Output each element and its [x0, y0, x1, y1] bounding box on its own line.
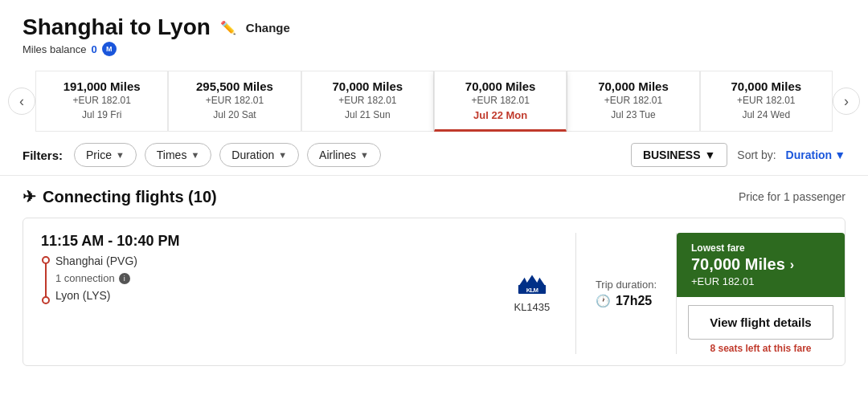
cabin-class-label: BUSINESS: [643, 149, 701, 161]
cabin-chevron-icon: ▼: [704, 149, 715, 161]
date-eur-0: +EUR 182.01: [41, 95, 162, 106]
miles-balance-value: 0: [92, 43, 97, 55]
date-label-5: Jul 24 Wed: [706, 109, 827, 120]
change-button[interactable]: Change: [246, 21, 290, 35]
flights-title-group: ✈ Connecting flights (10): [23, 187, 217, 206]
date-cards: 191,000 Miles +EUR 182.01 Jul 19 Fri 295…: [35, 71, 833, 132]
filter-price-label: Price: [86, 149, 112, 161]
page-title: Shanghai to Lyon: [23, 14, 211, 40]
fare-miles-value: 70,000 Miles: [691, 255, 785, 274]
date-label-1: Jul 20 Sat: [174, 109, 295, 120]
connection-info: 1 connection i: [55, 272, 471, 284]
date-miles-0: 191,000 Miles: [41, 79, 162, 93]
date-card-5[interactable]: 70,000 Miles +EUR 182.01 Jul 24 Wed: [700, 71, 833, 132]
filters-bar: Filters: Price▼Times▼Duration▼Airlines▼ …: [0, 132, 868, 176]
svg-text:KLM: KLM: [526, 287, 538, 294]
lowest-fare-box[interactable]: Lowest fare 70,000 Miles › +EUR 182.01: [677, 233, 845, 297]
date-card-2[interactable]: 70,000 Miles +EUR 182.01 Jul 21 Sun: [301, 71, 434, 132]
filter-times-chevron-icon: ▼: [190, 150, 199, 160]
flight-route: Shanghai (PVG) 1 connection i Lyon (LYS): [41, 254, 471, 306]
miles-balance-label: Miles balance: [23, 43, 87, 55]
flights-header: ✈ Connecting flights (10) Price for 1 pa…: [23, 187, 845, 206]
flight-number: KL1435: [514, 301, 550, 313]
title-row: Shanghai to Lyon ✏️ Change: [23, 14, 845, 40]
flights-title: Connecting flights (10): [43, 188, 217, 206]
filter-airlines-chevron-icon: ▼: [360, 150, 369, 160]
date-selector: ‹ 191,000 Miles +EUR 182.01 Jul 19 Fri 2…: [0, 71, 868, 132]
filters-label: Filters:: [23, 149, 63, 162]
date-miles-4: 70,000 Miles: [572, 79, 694, 93]
date-miles-1: 295,500 Miles: [174, 79, 295, 93]
fare-eur: +EUR 182.01: [691, 275, 754, 287]
flights-section: ✈ Connecting flights (10) Price for 1 pa…: [0, 176, 868, 374]
flight-pricing: Lowest fare 70,000 Miles › +EUR 182.01 V…: [676, 233, 845, 354]
flight-info: 11:15 AM - 10:40 PM Shanghai (PVG) 1 con…: [23, 233, 489, 354]
filter-buttons: Price▼Times▼Duration▼Airlines▼: [74, 143, 381, 167]
date-miles-2: 70,000 Miles: [307, 79, 428, 93]
flight-airline: KLM KL1435: [489, 233, 575, 354]
date-card-4[interactable]: 70,000 Miles +EUR 182.01 Jul 23 Tue: [567, 71, 699, 132]
duration-label: Trip duration:: [596, 279, 657, 291]
date-eur-5: +EUR 182.01: [706, 95, 827, 106]
price-note: Price for 1 passenger: [739, 190, 845, 203]
filter-times-label: Times: [157, 149, 187, 161]
header: Shanghai to Lyon ✏️ Change Miles balance…: [0, 0, 868, 61]
connection-label: 1 connection: [55, 272, 115, 284]
miles-balance-row: Miles balance 0 M: [23, 42, 845, 56]
date-eur-4: +EUR 182.01: [572, 95, 694, 106]
duration-text: 17h25: [616, 294, 652, 308]
destination-label: Lyon (LYS): [55, 289, 471, 302]
date-label-2: Jul 21 Sun: [307, 109, 428, 120]
view-details-box[interactable]: View flight details: [688, 305, 833, 340]
filter-times-button[interactable]: Times▼: [145, 143, 211, 167]
sort-label: Sort by:: [737, 149, 776, 161]
sort-value-button[interactable]: Duration ▼: [786, 149, 845, 161]
date-eur-3: +EUR 182.01: [440, 95, 561, 106]
filter-price-button[interactable]: Price▼: [74, 143, 137, 167]
origin-dot: [42, 256, 50, 264]
fare-miles: 70,000 Miles ›: [691, 255, 794, 274]
sort-chevron-icon: ▼: [834, 149, 845, 161]
fare-arrow-icon: ›: [790, 258, 794, 272]
date-label-0: Jul 19 Fri: [41, 109, 162, 120]
destination-dot: [42, 296, 50, 304]
duration-value: 🕐 17h25: [596, 294, 652, 308]
klm-logo: KLM: [513, 274, 551, 296]
filter-airlines-button[interactable]: Airlines▼: [307, 143, 381, 167]
prev-date-button[interactable]: ‹: [8, 88, 35, 115]
date-label-3: Jul 22 Mon: [440, 109, 561, 121]
date-miles-5: 70,000 Miles: [706, 79, 827, 93]
route-line: [45, 258, 47, 302]
filter-right: BUSINESS ▼ Sort by: Duration ▼: [631, 143, 845, 167]
date-card-0[interactable]: 191,000 Miles +EUR 182.01 Jul 19 Fri: [35, 71, 168, 132]
filter-duration-button[interactable]: Duration▼: [219, 143, 299, 167]
origin-label: Shanghai (PVG): [55, 254, 471, 267]
clock-icon: 🕐: [596, 294, 611, 308]
flight-duration: Trip duration: 🕐 17h25: [575, 233, 676, 354]
cabin-class-button[interactable]: BUSINESS ▼: [631, 143, 727, 167]
plane-icon: ✈: [23, 187, 36, 206]
date-card-1[interactable]: 295,500 Miles +EUR 182.01 Jul 20 Sat: [168, 71, 301, 132]
view-details-section: View flight details 8 seats left at this…: [677, 297, 845, 354]
filter-duration-label: Duration: [231, 149, 274, 161]
filter-airlines-label: Airlines: [319, 149, 356, 161]
date-eur-1: +EUR 182.01: [174, 95, 295, 106]
date-eur-2: +EUR 182.01: [307, 95, 428, 106]
flight-card: 11:15 AM - 10:40 PM Shanghai (PVG) 1 con…: [23, 218, 845, 366]
info-icon: i: [119, 273, 130, 284]
lowest-fare-label: Lowest fare: [691, 242, 745, 254]
klm-logo-svg: KLM: [513, 274, 551, 296]
date-card-3[interactable]: 70,000 Miles +EUR 182.01 Jul 22 Mon: [434, 71, 567, 132]
flight-times: 11:15 AM - 10:40 PM: [41, 233, 471, 250]
filter-price-chevron-icon: ▼: [116, 150, 125, 160]
sort-value-text: Duration: [786, 149, 833, 161]
seats-left: 8 seats left at this fare: [688, 343, 833, 354]
edit-icon: ✏️: [220, 20, 236, 35]
view-details-button[interactable]: View flight details: [710, 315, 811, 329]
date-label-4: Jul 23 Tue: [572, 109, 694, 120]
next-date-button[interactable]: ›: [833, 88, 860, 115]
date-miles-3: 70,000 Miles: [440, 79, 561, 93]
miles-icon: M: [102, 42, 117, 56]
filter-duration-chevron-icon: ▼: [278, 150, 287, 160]
